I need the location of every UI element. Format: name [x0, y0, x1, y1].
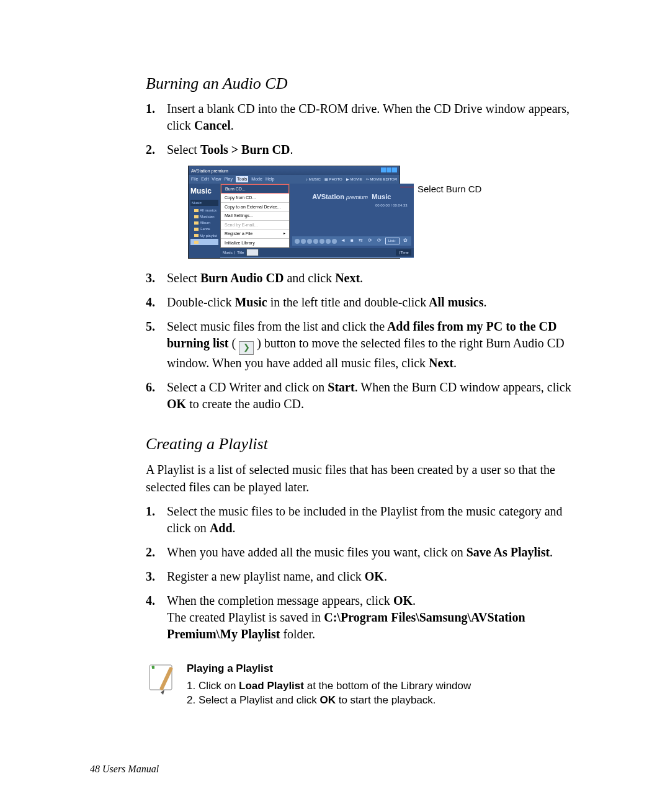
text: .: [384, 569, 387, 583]
arrow-right-icon: ❯: [239, 341, 254, 355]
text: Burn Audio CD: [483, 336, 565, 350]
step-6: 6. Select a CD Writer and click on Start…: [146, 379, 583, 413]
menu-tools[interactable]: Tools: [236, 176, 248, 182]
step-number: 2.: [146, 544, 155, 561]
time-indicator: 00:00:00 / 00:04:33: [375, 203, 411, 208]
folder-icon: [194, 234, 199, 237]
sidebar-item-my-playlist[interactable]: My playlist: [190, 233, 218, 239]
step-number: 4.: [146, 592, 155, 609]
step-2: 2. Select Tools > Burn CD. AVStation pre…: [146, 141, 583, 259]
status-tab-title[interactable]: Title: [237, 250, 244, 255]
sidebar-item-all-musics[interactable]: All musics: [190, 207, 218, 213]
pl-step-3: 3. Register a new playlist name, and cli…: [146, 568, 583, 585]
text: music files you want, click on: [315, 545, 467, 559]
text: .: [483, 295, 486, 309]
folder-icon: [194, 241, 199, 244]
menubar-left: File Edit View Play Tools Mode Help: [189, 175, 277, 183]
prev-icon[interactable]: ◄: [339, 238, 347, 244]
step-3: 3. Select Burn Audio CD and click Next.: [146, 270, 583, 287]
sidebar-item-selected[interactable]: [190, 239, 218, 245]
mode-photo[interactable]: ▦ PHOTO: [324, 177, 342, 182]
text: Insert a: [167, 102, 207, 115]
menu-help[interactable]: Help: [266, 176, 274, 182]
text: (: [228, 336, 239, 350]
avstation-window: AVStation premium File Edit View Play To…: [188, 166, 400, 259]
menu-edit[interactable]: Edit: [201, 176, 208, 182]
status-bar: Music | Title | Time: [220, 248, 414, 257]
next-icon[interactable]: ⟳: [376, 238, 383, 244]
premium-text: premium: [346, 194, 368, 200]
dropdown-register-file[interactable]: Register a File: [221, 230, 289, 238]
dropdown-copy-from-cd[interactable]: Copy from CD...: [221, 194, 289, 202]
repeat-icon[interactable]: ⟳: [367, 238, 373, 244]
play-icon[interactable]: ■: [349, 238, 355, 244]
step-number: 3.: [146, 270, 155, 287]
window-control-icons[interactable]: [380, 167, 397, 174]
text: Select: [167, 319, 200, 333]
menu-view[interactable]: View: [212, 176, 221, 182]
dropdown-initialize-library[interactable]: Initialize Library: [221, 239, 289, 248]
mode-movie-editor[interactable]: ✂ MOVIE EDITOR: [366, 177, 397, 182]
volume-slider[interactable]: [246, 249, 259, 256]
sidebar-item-musician[interactable]: Musician: [190, 213, 218, 220]
brand: AVStation: [312, 193, 344, 200]
text: .: [453, 356, 457, 370]
text: folder.: [280, 627, 315, 641]
text: .: [360, 271, 363, 285]
text: Select: [167, 271, 200, 285]
text: ): [254, 336, 264, 350]
status-time: | Time: [396, 249, 411, 256]
status-tab-music[interactable]: Music: [223, 250, 233, 255]
folder-icon: [194, 215, 199, 218]
promo-title: AVStation premium Music: [312, 192, 391, 202]
text: .: [290, 143, 293, 156]
screenshot-figure: AVStation premium File Edit View Play To…: [188, 166, 583, 259]
callout-text: Select Burn CD: [418, 183, 481, 195]
bold: OK: [365, 569, 384, 583]
folder-icon: [194, 209, 199, 212]
playlist-intro: A Playlist is a list of selected music f…: [146, 461, 583, 496]
manual-page: Burning an Audio CD 1. Insert a blank CD…: [0, 0, 670, 812]
menu-file[interactable]: File: [191, 176, 198, 182]
callout: Select Burn CD: [400, 183, 481, 195]
text: Burn CD window appears, click: [411, 380, 571, 394]
bold: Tools > Burn CD: [200, 143, 290, 156]
shuffle-icon[interactable]: ⇆: [357, 238, 364, 244]
text: button to move the selected files to the…: [264, 336, 483, 350]
text: blank CD into the CD-ROM drive. When the: [207, 102, 431, 115]
dropdown-send-email[interactable]: Send by E-mail...: [221, 221, 289, 230]
text: CD Drive: [431, 102, 485, 115]
app-title: AVStation premium: [191, 168, 228, 174]
tools-dropdown[interactable]: Burn CD... Copy from CD... Copy to an Ex…: [220, 184, 290, 248]
step-number: 1.: [146, 503, 155, 520]
dropdown-copy-to-device[interactable]: Copy to an External Device...: [221, 203, 289, 212]
mode-music[interactable]: ♪ MUSIC: [306, 177, 321, 182]
sidebar-item-album[interactable]: Album: [190, 220, 218, 226]
page-footer: 48 Users Manual: [90, 764, 159, 775]
dropdown-burn-cd[interactable]: Burn CD...: [221, 184, 289, 194]
vis-dots: [295, 239, 337, 244]
list-button[interactable]: List+: [385, 238, 400, 244]
pl-step-4: 4. When the completion message appears, …: [146, 592, 583, 643]
bold: Cancel: [194, 118, 231, 132]
sidebar-item-genre[interactable]: Genre: [190, 226, 218, 232]
menu-mode[interactable]: Mode: [251, 176, 262, 182]
menu-play[interactable]: Play: [224, 176, 233, 182]
step-number: 5.: [146, 318, 155, 335]
pencil-note-icon: [146, 661, 177, 708]
text: left title and double-click: [302, 295, 427, 309]
text: .: [550, 545, 553, 559]
sidebar-category[interactable]: Music: [190, 200, 218, 206]
app-body: Music Music All musics Musician Album Ge…: [189, 184, 400, 258]
mode-movie[interactable]: ▶ MOVIE: [346, 177, 362, 182]
burning-steps: 1. Insert a blank CD into the CD-ROM dri…: [146, 100, 583, 413]
step-number: 3.: [146, 568, 155, 585]
text: Select a: [167, 380, 209, 394]
text: music files from the list and click the: [200, 319, 385, 333]
note-block: Playing a Playlist 1. Click on Load Play…: [146, 661, 583, 708]
sidebar-header: Music: [190, 186, 218, 196]
dropdown-mail-settings[interactable]: Mail Settings...: [221, 212, 289, 220]
note-content: Playing a Playlist 1. Click on Load Play…: [187, 661, 471, 708]
settings-icon[interactable]: ✿: [402, 238, 409, 244]
text: Double-click: [167, 295, 234, 309]
